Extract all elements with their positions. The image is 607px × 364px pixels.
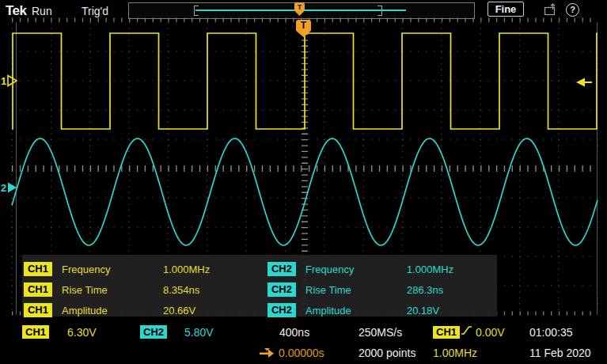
ch2-scale-badge[interactable]: CH2 (140, 325, 167, 339)
clock-time: 01:00:35 (529, 326, 573, 339)
ch1-scale-value: 6.30V (67, 326, 97, 339)
ch1-badge: CH1 (24, 303, 52, 317)
measurement-value: 20.18V (407, 305, 439, 317)
measurement-value: 1.000MHz (163, 264, 210, 275)
help-icon[interactable]: ? (566, 3, 579, 17)
record-length-readout: 2000 points (359, 347, 415, 359)
measurement-label: Frequency (305, 264, 407, 275)
trigger-frequency-readout: 1.00MHz (433, 347, 477, 359)
measurement-row: CH2 Amplitude 20.18V (267, 301, 439, 319)
measurement-label: Rise Time (62, 284, 163, 296)
ch2-scale-value: 5.80V (184, 326, 214, 339)
ch1-marker-label: 1 (1, 75, 6, 87)
measurement-row: CH1 Amplitude 20.66V (24, 301, 195, 319)
measurement-label: Frequency (62, 264, 163, 275)
measurement-label: Amplitude (62, 305, 163, 317)
ch1-badge: CH1 (24, 282, 52, 297)
sample-rate-readout: 250MS/s (359, 326, 402, 339)
measurement-row: CH2 Frequency 1.000MHz (267, 260, 453, 278)
acquisition-status: Run (32, 5, 52, 17)
oscilloscope-screen: Tek Run Trig'd T Fine ? T 1 2 (0, 0, 607, 364)
ch2-marker-label: 2 (1, 182, 6, 194)
measurement-value: 286.3ns (407, 284, 443, 296)
measurement-value: 1.000MHz (407, 264, 453, 275)
measurement-row: CH2 Rise Time 286.3ns (267, 281, 443, 298)
measurements-panel: CH1 Frequency 1.000MHz CH1 Rise Time 8.3… (22, 255, 497, 317)
trigger-level-arrow-icon (575, 77, 593, 88)
tek-logo: Tek (6, 3, 27, 19)
ch1-badge: CH1 (24, 262, 52, 276)
ch2-badge: CH2 (267, 303, 296, 317)
measurement-row: CH1 Frequency 1.000MHz (24, 260, 210, 278)
trigger-position-marker-small[interactable]: T (294, 2, 305, 16)
fine-button[interactable]: Fine (487, 2, 524, 17)
ch1-position-marker[interactable]: 1 (1, 74, 18, 87)
ch2-marker-triangle-icon (6, 181, 18, 194)
timebase-readout: 400ns (279, 326, 309, 339)
trigger-slope-icon (461, 324, 472, 339)
ch2-badge: CH2 (267, 282, 296, 297)
measurement-value: 8.354ns (163, 284, 199, 296)
top-bar: Tek Run Trig'd T Fine ? (0, 0, 607, 22)
acquisition-preview-bar[interactable]: T (128, 2, 475, 19)
trigger-status: Trig'd (82, 5, 108, 17)
trigger-level-readout: 0.00V (476, 326, 505, 339)
measurement-label: Amplitude (305, 305, 407, 317)
ch2-badge: CH2 (267, 262, 296, 276)
trigger-source-badge[interactable]: CH1 (433, 326, 460, 339)
save-icon[interactable] (544, 3, 557, 16)
ch2-position-marker[interactable]: 2 (1, 181, 18, 194)
ch1-scale-badge[interactable]: CH1 (22, 325, 49, 339)
measurement-value: 20.66V (163, 305, 195, 317)
clock-date: 11 Feb 2020 (529, 347, 591, 359)
status-bar: CH1 6.30V CH2 5.80V 400ns 250MS/s CH1 0.… (0, 320, 607, 364)
horizontal-position-readout: 0.00000s (279, 347, 324, 359)
horizontal-position-icon (258, 348, 275, 361)
measurement-label: Rise Time (305, 284, 407, 296)
trigger-level-marker[interactable] (575, 77, 593, 91)
ch1-marker-triangle-icon (6, 74, 18, 87)
measurement-row: CH1 Rise Time 8.354ns (24, 281, 199, 298)
